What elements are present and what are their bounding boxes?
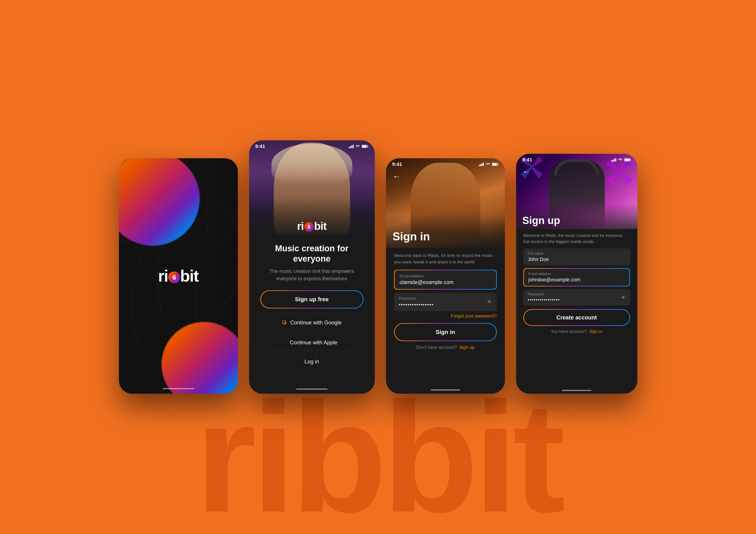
- status-bar-4: 9:41: [516, 154, 637, 165]
- password-value: ••••••••••••••••: [399, 302, 492, 308]
- eye-icon-4[interactable]: 👁: [621, 295, 626, 300]
- signin-btn-label: Sign in: [436, 329, 455, 335]
- battery-icon-2: [362, 144, 368, 148]
- phone-landing: 9:41 ri6bit Music creation for everyone …: [249, 140, 375, 394]
- phone-signin: 9:41 ← Sign in Welcome back to Ribbit, i…: [386, 158, 505, 394]
- signal-icon-3: [479, 163, 484, 166]
- signal-icon-2: [349, 144, 354, 148]
- email-label: Email address: [400, 274, 491, 278]
- phones-container: ri6bit 9:41 ri6bit: [0, 0, 756, 534]
- signin-btn-wrapper[interactable]: Sign in: [394, 323, 497, 341]
- status-time-2: 9:41: [256, 143, 265, 149]
- svg-rect-13: [498, 164, 499, 165]
- home-indicator-4: [562, 390, 591, 391]
- signup-subtitle: Welcome to Ribbit, the music creation to…: [523, 233, 630, 245]
- signin-title: Sign in: [393, 230, 430, 243]
- login-btn[interactable]: Log in: [260, 355, 364, 368]
- status-time-4: 9:41: [523, 157, 532, 163]
- create-account-btn-wrapper[interactable]: Create account: [523, 309, 630, 326]
- status-bar-2: 9:41: [249, 140, 375, 151]
- signup-content: Welcome to Ribbit, the music creation to…: [516, 229, 637, 394]
- svg-rect-7: [479, 165, 480, 166]
- email-field-wrapper-4[interactable]: Email address johndoe@example.com: [523, 268, 630, 287]
- fullname-value: John Doe: [528, 256, 626, 262]
- phone-splash: ri6bit: [119, 158, 238, 394]
- signal-icon-4: [611, 158, 616, 162]
- signin-link-4[interactable]: Sign in: [589, 329, 602, 334]
- google-btn-label: Continue with Google: [290, 319, 341, 326]
- signup-btn-wrapper[interactable]: Sign up free: [260, 290, 364, 309]
- status-icons-4: [611, 158, 631, 162]
- no-account-text: Don't have account?: [416, 345, 457, 350]
- password-value-4: ••••••••••••••••: [528, 297, 626, 302]
- svg-rect-3: [353, 144, 354, 148]
- have-account-row: You have account? Sign in: [523, 329, 630, 334]
- fullname-label: Full name: [528, 251, 626, 256]
- status-icons-2: [349, 144, 368, 148]
- phone-signup: 9:41 ← Sign up Welcome to Ribbit,: [516, 154, 637, 394]
- no-account-row: Don't have account? Sign up: [394, 345, 497, 350]
- svg-rect-19: [625, 159, 630, 161]
- apple-btn[interactable]: Continue with Apple: [260, 334, 364, 351]
- back-btn-4[interactable]: ←: [523, 167, 530, 176]
- svg-rect-6: [367, 146, 368, 147]
- eye-icon-3[interactable]: 👁: [487, 299, 492, 305]
- password-field-wrapper-4[interactable]: Password •••••••••••••••• 👁: [523, 289, 630, 306]
- google-btn[interactable]: G Continue with Google: [260, 314, 364, 331]
- svg-rect-9: [482, 163, 482, 166]
- wifi-icon-3: [486, 163, 490, 166]
- signin-content: Welcome back to Ribbit, it's time to rec…: [386, 248, 505, 394]
- svg-rect-8: [480, 164, 481, 166]
- svg-rect-2: [351, 145, 352, 148]
- wifi-icon-2: [356, 145, 360, 148]
- back-btn-3[interactable]: ←: [393, 172, 401, 181]
- home-indicator: [163, 388, 194, 389]
- ribbit-logo-overlay: ri6bit: [297, 220, 327, 232]
- fullname-field-wrapper[interactable]: Full name John Doe: [523, 248, 630, 266]
- signin-subtitle: Welcome back to Ribbit, it's time to rec…: [394, 252, 497, 265]
- email-field-wrapper[interactable]: Email address olamide@example.com: [394, 270, 497, 290]
- signup-title-overlay: Sign up: [523, 214, 560, 226]
- signup-link[interactable]: Sign up: [459, 345, 474, 350]
- have-account-text: You have account?: [551, 329, 587, 334]
- apple-btn-label: Continue with Apple: [290, 340, 337, 346]
- wifi-icon-4: [618, 158, 623, 162]
- svg-rect-12: [492, 164, 497, 165]
- hero-image-2: ri6bit: [249, 140, 375, 243]
- svg-rect-16: [614, 159, 615, 162]
- signin-title-overlay: Sign in: [393, 230, 430, 243]
- svg-rect-17: [615, 158, 616, 162]
- email-value: olamide@example.com: [400, 279, 491, 285]
- forgot-password[interactable]: Forgot your password?: [394, 314, 497, 318]
- password-field-wrapper[interactable]: Password •••••••••••••••• 👁: [394, 293, 497, 311]
- status-time-3: 9:41: [392, 162, 402, 167]
- splash-logo: ri6bit: [158, 267, 199, 285]
- landing-title: Music creation for everyone: [260, 243, 364, 264]
- svg-rect-15: [613, 160, 613, 162]
- svg-rect-5: [362, 145, 366, 147]
- signup-btn-label: Sign up free: [295, 296, 329, 303]
- svg-rect-20: [630, 159, 631, 161]
- svg-rect-0: [349, 147, 350, 148]
- ribbit-logo-text: ri6bit: [158, 267, 199, 285]
- svg-rect-10: [483, 163, 484, 166]
- signup-title: Sign up: [523, 214, 560, 226]
- email-label-4: Email address: [528, 272, 625, 276]
- battery-icon-4: [624, 158, 631, 162]
- home-indicator-2: [296, 389, 328, 390]
- email-value-4: johndoe@example.com: [528, 277, 625, 283]
- svg-rect-14: [611, 160, 612, 162]
- password-label: Password: [399, 296, 492, 301]
- password-label-4: Password: [528, 292, 626, 296]
- status-bar-3: 9:41: [386, 158, 505, 169]
- home-indicator-3: [431, 390, 460, 391]
- google-icon: G: [282, 319, 286, 326]
- battery-icon-3: [492, 163, 499, 166]
- forgot-password-label: Forgot your password?: [451, 314, 497, 318]
- svg-rect-1: [350, 146, 351, 148]
- create-account-label: Create account: [556, 314, 597, 320]
- status-icons-3: [479, 163, 499, 166]
- landing-subtitle: The music creation tool that empowers ev…: [260, 267, 364, 282]
- landing-content: Music creation for everyone The music cr…: [249, 235, 375, 394]
